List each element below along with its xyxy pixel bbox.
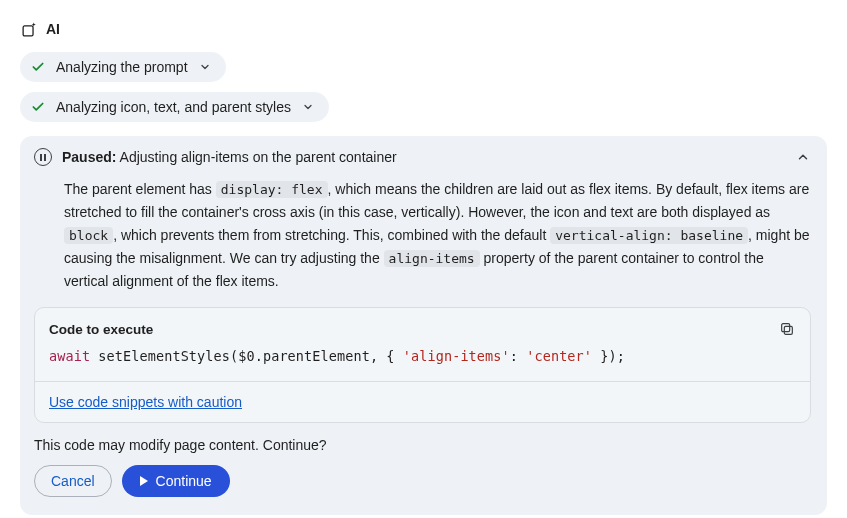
ai-sparkle-icon [20, 20, 38, 38]
svg-rect-0 [23, 25, 33, 35]
check-icon [30, 59, 46, 75]
code-card: Code to execute await setElementStyles($… [34, 307, 811, 422]
panel-header: AI [20, 20, 827, 38]
copy-button[interactable] [778, 320, 796, 338]
caution-strip: Use code snippets with caution [35, 381, 810, 422]
step-chip-0[interactable]: Analyzing the prompt [20, 52, 226, 82]
caution-link[interactable]: Use code snippets with caution [49, 394, 242, 410]
check-icon [30, 99, 46, 115]
card-header: Paused: Adjusting align-items on the par… [34, 148, 811, 166]
cancel-button[interactable]: Cancel [34, 465, 112, 497]
status-label: Paused: [62, 149, 116, 165]
svg-rect-2 [782, 324, 790, 332]
play-icon [140, 476, 148, 486]
svg-rect-1 [784, 327, 792, 335]
collapse-button[interactable] [795, 149, 811, 165]
confirm-prompt: This code may modify page content. Conti… [34, 437, 811, 453]
continue-button[interactable]: Continue [122, 465, 230, 497]
ai-panel: AI Analyzing the prompt Analyzing icon, … [0, 0, 847, 515]
step-label: Analyzing the prompt [56, 59, 188, 75]
code-card-title: Code to execute [49, 322, 153, 337]
inline-code: vertical-align: baseline [550, 227, 748, 244]
chevron-down-icon [198, 60, 212, 74]
inline-code: align-items [384, 250, 480, 267]
step-chip-1[interactable]: Analyzing icon, text, and parent styles [20, 92, 329, 122]
current-step-card: Paused: Adjusting align-items on the par… [20, 136, 827, 515]
panel-title: AI [46, 21, 60, 37]
chevron-down-icon [301, 100, 315, 114]
code-content: await setElementStyles($0.parentElement,… [49, 346, 796, 372]
step-label: Analyzing icon, text, and parent styles [56, 99, 291, 115]
explanation-text: The parent element has display: flex, wh… [64, 178, 811, 293]
pause-icon [34, 148, 52, 166]
button-row: Cancel Continue [34, 465, 811, 497]
inline-code: display: flex [216, 181, 328, 198]
card-title: Paused: Adjusting align-items on the par… [62, 149, 785, 165]
status-text: Adjusting align-items on the parent cont… [120, 149, 397, 165]
inline-code: block [64, 227, 113, 244]
